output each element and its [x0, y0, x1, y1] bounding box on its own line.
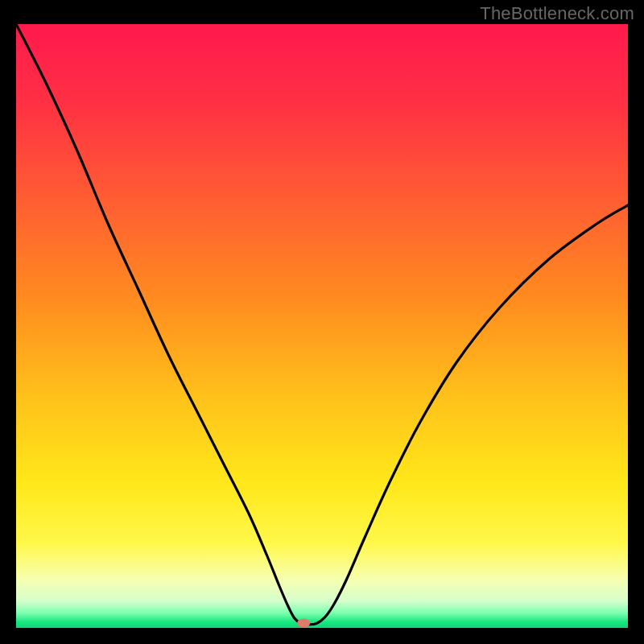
chart-svg — [16, 24, 628, 628]
plot-area — [16, 24, 628, 628]
chart-frame: TheBottleneck.com — [0, 0, 644, 644]
optimum-marker — [297, 619, 310, 628]
gradient-background — [16, 24, 628, 628]
watermark-text: TheBottleneck.com — [480, 3, 634, 24]
